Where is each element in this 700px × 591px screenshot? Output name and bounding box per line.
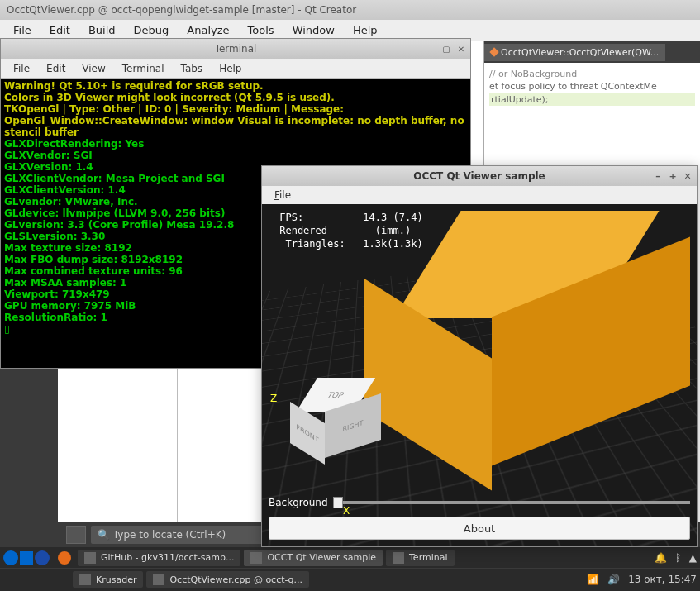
box-shape[interactable]	[402, 211, 667, 475]
editor-tab[interactable]: OcctQtViewer::OcctQtViewer(QW...	[484, 44, 665, 61]
up-icon[interactable]: ▲	[689, 552, 697, 564]
menu-file[interactable]: File	[267, 188, 298, 203]
search-icon: 🔍	[98, 529, 110, 541]
task-button[interactable]: Krusader	[73, 571, 143, 588]
task-button[interactable]: OcctQtViewer.cpp @ occt-q...	[146, 571, 309, 588]
taskbar: GitHub - gkv311/occt-samp...OCCT Qt View…	[0, 547, 700, 591]
about-button[interactable]: About	[269, 517, 690, 540]
maximize-icon[interactable]: ▢	[440, 43, 452, 55]
start-button[interactable]	[3, 550, 18, 565]
qtcreator-titlebar: OcctQtViewer.cpp @ occt-qopenglwidget-sa…	[0, 0, 700, 20]
task-button[interactable]: GitHub - gkv311/occt-samp...	[78, 550, 240, 566]
menu-tabs[interactable]: Tabs	[174, 61, 211, 76]
qtcreator-title: OcctQtViewer.cpp @ occt-qopenglwidget-sa…	[7, 4, 356, 16]
network-icon[interactable]: 📶	[587, 574, 599, 585]
bell-icon[interactable]: 🔔	[655, 552, 667, 564]
app-launcher-icon[interactable]	[20, 551, 33, 565]
volume-icon[interactable]: 🔊	[607, 574, 620, 585]
menu-edit[interactable]: Edit	[41, 21, 79, 39]
occt-menubar: File	[262, 186, 697, 204]
menu-analyze[interactable]: Analyze	[179, 21, 237, 39]
task-button[interactable]: Terminal	[386, 550, 455, 566]
menu-help[interactable]: Help	[212, 61, 249, 76]
locator-placeholder: Type to locate (Ctrl+K)	[113, 529, 226, 541]
occt-viewer-window: OCCT Qt Viewer sample – + ✕ File FPS: 14…	[261, 165, 698, 547]
axis-z: Z	[270, 393, 277, 404]
system-tray: 🔔 ᛒ ▲	[655, 552, 697, 564]
occt-3d-view[interactable]: FPS: 14.3 (7.4) Rendered (imm.) Triangle…	[262, 204, 697, 546]
terminal-menubar: FileEditViewTerminalTabsHelp	[1, 59, 470, 79]
close-icon[interactable]: ✕	[682, 170, 693, 182]
menu-view[interactable]: View	[74, 61, 112, 76]
output-toggle[interactable]	[66, 526, 86, 544]
menu-file[interactable]: File	[6, 61, 37, 76]
task-button[interactable]: OCCT Qt Viewer sample	[244, 550, 383, 566]
occt-title: OCCT Qt Viewer sample	[413, 170, 545, 182]
menu-file[interactable]: File	[5, 21, 40, 39]
bluetooth-icon[interactable]: ᛒ	[675, 552, 681, 564]
background-label: Background	[269, 497, 328, 508]
minimize-icon[interactable]: –	[426, 43, 437, 55]
menu-debug[interactable]: Debug	[126, 21, 178, 39]
clock[interactable]: 13 окт, 15:47	[628, 574, 697, 585]
render-stats: FPS: 14.3 (7.4) Rendered (imm.) Triangle…	[274, 211, 423, 250]
terminal-titlebar[interactable]: Terminal – ▢ ✕	[1, 39, 470, 59]
close-icon[interactable]: ✕	[455, 43, 467, 55]
cpp-icon	[489, 47, 498, 56]
menu-help[interactable]: Help	[345, 21, 386, 39]
background-slider-row: Background	[269, 497, 690, 508]
web-icon[interactable]	[35, 550, 50, 565]
background-slider[interactable]	[333, 501, 690, 504]
menu-build[interactable]: Build	[80, 21, 124, 39]
menu-window[interactable]: Window	[284, 21, 343, 39]
maximize-icon[interactable]: +	[667, 170, 679, 182]
terminal-title: Terminal	[215, 43, 257, 55]
minimize-icon[interactable]: –	[652, 170, 664, 182]
code-area[interactable]: // or NoBackgroundet focus policy to thr…	[484, 63, 700, 111]
slider-thumb[interactable]	[333, 497, 343, 508]
occt-titlebar[interactable]: OCCT Qt Viewer sample – + ✕	[262, 166, 697, 186]
tab-label: OcctQtViewer::OcctQtViewer(QW...	[501, 47, 659, 58]
editor-tabbar: OcctQtViewer::OcctQtViewer(QW...	[484, 41, 700, 63]
menu-terminal[interactable]: Terminal	[115, 61, 172, 76]
menu-edit[interactable]: Edit	[39, 61, 73, 76]
menu-tools[interactable]: Tools	[240, 21, 283, 39]
firefox-icon[interactable]	[58, 551, 71, 565]
view-cube[interactable]: TOP RIGHT FRONT	[290, 378, 381, 469]
